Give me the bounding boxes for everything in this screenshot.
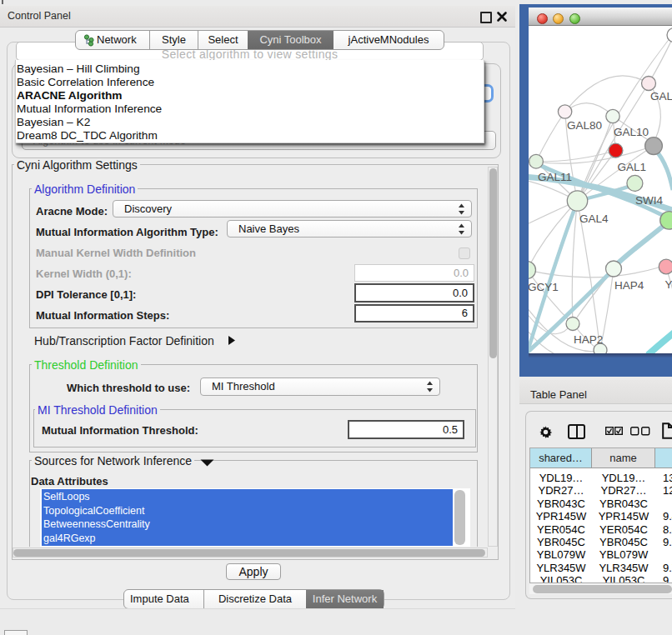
svg-text:GAL80: GAL80 xyxy=(567,119,602,132)
svg-text:GAL: GAL xyxy=(650,90,672,102)
svg-text:GAL11: GAL11 xyxy=(538,171,572,183)
svg-text:GAL10: GAL10 xyxy=(614,126,649,138)
svg-text:HAP4: HAP4 xyxy=(614,279,644,292)
svg-text:GCY1: GCY1 xyxy=(529,281,559,293)
svg-text:HAP2: HAP2 xyxy=(574,333,603,346)
svg-text:GAL4: GAL4 xyxy=(579,212,609,225)
svg-text:GAL1: GAL1 xyxy=(618,161,647,173)
svg-text:Y: Y xyxy=(665,278,672,291)
svg-text:SWI4: SWI4 xyxy=(635,194,663,207)
